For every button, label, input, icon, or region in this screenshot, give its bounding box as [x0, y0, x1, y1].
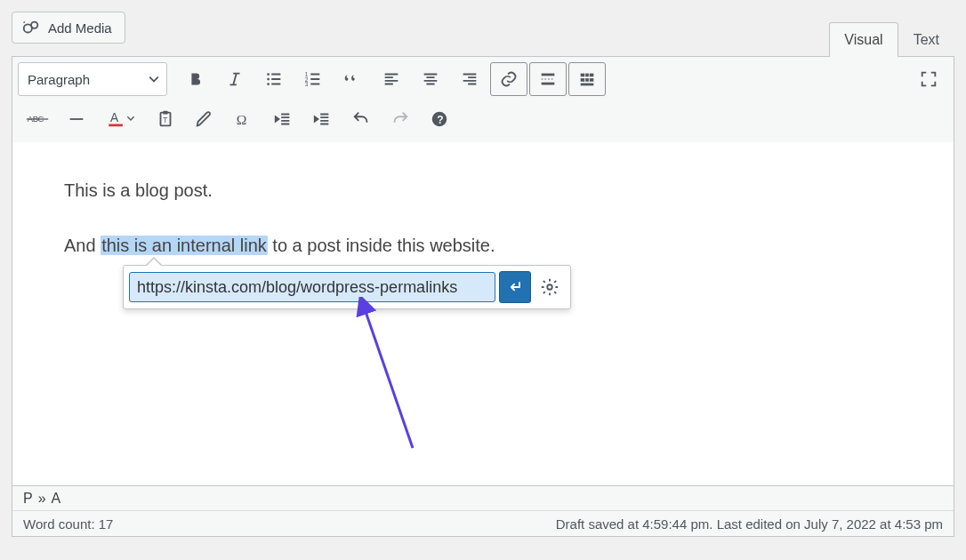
undo-icon	[351, 109, 371, 129]
ul-button[interactable]	[255, 62, 293, 96]
svg-point-2	[267, 73, 270, 76]
add-media-button[interactable]: Add Media	[12, 12, 125, 44]
format-select-value: Paragraph	[28, 72, 90, 87]
hr-icon	[67, 109, 86, 129]
svg-rect-11	[585, 74, 589, 77]
redo-button[interactable]	[382, 102, 419, 136]
svg-text:T: T	[163, 116, 167, 124]
special-char-icon: Ω	[234, 109, 254, 129]
text-color-icon: A	[107, 109, 135, 129]
link-options-button[interactable]	[535, 272, 565, 302]
word-count: Word count: 17	[23, 516, 113, 532]
align-left-button[interactable]	[373, 62, 410, 96]
svg-rect-13	[581, 78, 585, 82]
undo-button[interactable]	[342, 102, 380, 136]
svg-text:1: 1	[305, 71, 309, 77]
svg-rect-21	[109, 124, 123, 127]
fullscreen-button[interactable]	[910, 62, 947, 96]
add-media-label: Add Media	[48, 20, 112, 36]
chevron-down-icon	[149, 74, 159, 84]
editor-mode-tabs: Visual Text	[829, 21, 954, 56]
kitchen-sink-button[interactable]	[568, 62, 606, 96]
svg-text:3: 3	[305, 81, 309, 87]
help-button[interactable]: ?	[421, 102, 458, 136]
svg-text:ABC: ABC	[28, 114, 44, 124]
format-select[interactable]: Paragraph	[18, 62, 167, 96]
link-icon	[499, 69, 519, 89]
ul-icon	[264, 69, 284, 89]
svg-text:2: 2	[305, 76, 309, 83]
svg-rect-16	[581, 84, 594, 86]
more-button[interactable]	[529, 62, 567, 96]
apply-link-button[interactable]	[499, 271, 531, 303]
editor-content-area[interactable]: This is a blog post. And this is an inte…	[12, 142, 954, 486]
clear-format-icon	[195, 109, 214, 129]
gear-icon	[540, 277, 559, 297]
media-icon	[21, 18, 41, 37]
indent-button[interactable]	[303, 102, 341, 136]
clear-format-button[interactable]	[186, 102, 223, 136]
special-char-button[interactable]: Ω	[225, 102, 262, 136]
content-line-1: This is a blog post.	[64, 181, 902, 199]
paste-text-button[interactable]: T	[147, 102, 184, 136]
bold-icon	[186, 69, 205, 89]
svg-rect-10	[581, 74, 585, 77]
help-icon: ?	[430, 109, 449, 129]
tab-text[interactable]: Text	[898, 22, 954, 57]
italic-icon	[225, 69, 245, 89]
text-color-button[interactable]: A	[97, 102, 145, 136]
italic-button[interactable]	[216, 62, 254, 96]
link-button[interactable]	[490, 62, 527, 96]
svg-rect-14	[585, 78, 589, 82]
outdent-button[interactable]	[264, 102, 302, 136]
toolbar: Paragraph 123	[12, 56, 954, 142]
hr-button[interactable]	[58, 102, 95, 136]
editor-panel: Add Media Visual Text Paragraph 123	[0, 0, 966, 560]
svg-text:Ω: Ω	[237, 112, 247, 127]
align-left-icon	[382, 69, 401, 89]
svg-rect-12	[590, 74, 594, 77]
svg-point-3	[267, 78, 270, 81]
svg-rect-9	[542, 83, 555, 85]
path-node-p[interactable]: P	[23, 491, 33, 507]
strikethrough-icon: ABC	[26, 109, 49, 129]
draft-status-text: Draft saved at 4:59:44 pm. Last edited o…	[556, 516, 943, 532]
svg-point-1	[31, 22, 37, 28]
blockquote-icon	[342, 69, 362, 89]
outdent-icon	[273, 109, 293, 129]
paste-text-icon: T	[156, 109, 175, 129]
align-right-button[interactable]	[451, 62, 488, 96]
blockquote-button[interactable]	[334, 62, 371, 96]
svg-rect-8	[542, 74, 555, 76]
svg-text:A: A	[110, 111, 119, 124]
svg-text:?: ?	[437, 114, 443, 126]
svg-rect-23	[163, 111, 168, 115]
more-icon	[538, 69, 558, 89]
svg-rect-15	[590, 78, 594, 82]
toolbar-row-2: ABC A T Ω	[12, 101, 954, 142]
toolbar-row-1: Paragraph 123	[12, 57, 954, 101]
svg-rect-22	[161, 113, 171, 126]
tab-visual[interactable]: Visual	[829, 22, 898, 57]
ol-button[interactable]: 123	[294, 62, 332, 96]
align-right-icon	[460, 69, 479, 89]
svg-point-26	[432, 112, 447, 127]
enter-icon	[506, 278, 524, 296]
svg-point-28	[547, 284, 552, 290]
kitchen-sink-icon	[577, 69, 597, 89]
strikethrough-button[interactable]: ABC	[19, 102, 56, 136]
svg-point-4	[267, 83, 270, 85]
ol-icon: 123	[303, 69, 323, 89]
path-separator: »	[38, 491, 46, 507]
path-node-a[interactable]: A	[52, 491, 61, 507]
indent-icon	[312, 109, 332, 129]
redo-icon	[390, 109, 410, 129]
selected-link-text[interactable]: this is an internal link	[101, 236, 268, 255]
link-url-input[interactable]	[129, 272, 495, 302]
element-path-bar: P » A	[12, 486, 954, 511]
content-line-2: And this is an internal link to a post i…	[64, 236, 902, 254]
bold-button[interactable]	[177, 62, 214, 96]
editor-top-row: Add Media Visual Text	[12, 12, 954, 56]
align-center-button[interactable]	[412, 62, 449, 96]
link-inline-popup	[123, 265, 571, 309]
